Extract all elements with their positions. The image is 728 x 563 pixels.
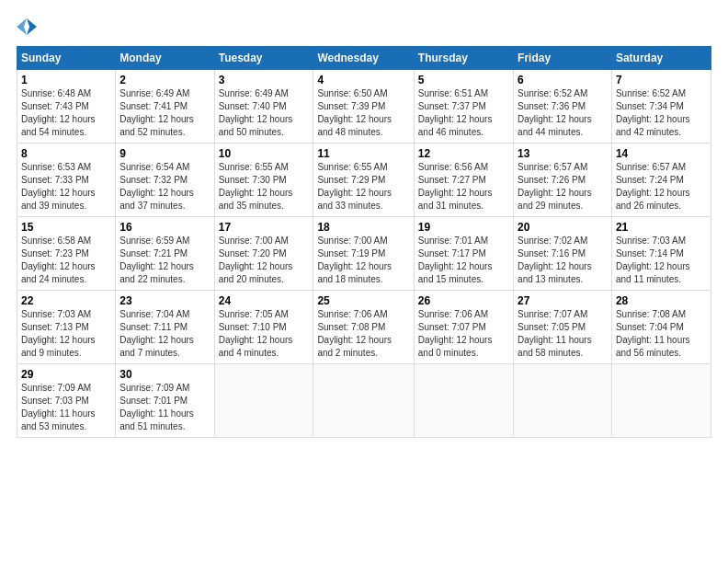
day-number: 12 <box>418 147 509 160</box>
svg-marker-1 <box>17 18 27 35</box>
day-number: 28 <box>616 294 707 307</box>
col-header-thursday: Thursday <box>414 47 513 70</box>
day-cell: 8 Sunrise: 6:53 AMSunset: 7:33 PMDayligh… <box>17 144 116 217</box>
day-cell <box>611 364 711 438</box>
day-number: 21 <box>616 221 707 234</box>
week-row-1: 1 Sunrise: 6:48 AMSunset: 7:43 PMDayligh… <box>17 70 711 144</box>
day-number: 7 <box>616 74 707 86</box>
day-cell <box>514 364 612 438</box>
col-header-tuesday: Tuesday <box>214 47 313 70</box>
day-cell: 28 Sunrise: 7:08 AMSunset: 7:04 PMDaylig… <box>611 291 711 364</box>
week-row-4: 22 Sunrise: 7:03 AMSunset: 7:13 PMDaylig… <box>17 291 711 364</box>
day-cell: 24 Sunrise: 7:05 AMSunset: 7:10 PMDaylig… <box>214 291 313 364</box>
day-cell: 17 Sunrise: 7:00 AMSunset: 7:20 PMDaylig… <box>214 217 313 291</box>
day-cell <box>214 364 313 438</box>
col-header-friday: Friday <box>514 47 612 70</box>
day-number: 5 <box>418 74 509 86</box>
day-cell: 22 Sunrise: 7:03 AMSunset: 7:13 PMDaylig… <box>17 291 116 364</box>
day-number: 14 <box>616 147 707 160</box>
day-cell: 4 Sunrise: 6:50 AMSunset: 7:39 PMDayligh… <box>313 70 414 144</box>
day-cell: 25 Sunrise: 7:06 AMSunset: 7:08 PMDaylig… <box>313 291 414 364</box>
logo-bird-icon <box>17 17 37 37</box>
day-cell <box>313 364 414 438</box>
day-cell: 5 Sunrise: 6:51 AMSunset: 7:37 PMDayligh… <box>414 70 513 144</box>
week-row-2: 8 Sunrise: 6:53 AMSunset: 7:33 PMDayligh… <box>17 144 711 217</box>
day-detail: Sunrise: 6:49 AMSunset: 7:40 PMDaylight:… <box>219 88 293 137</box>
day-detail: Sunrise: 6:51 AMSunset: 7:37 PMDaylight:… <box>418 88 493 137</box>
day-detail: Sunrise: 7:02 AMSunset: 7:16 PMDaylight:… <box>518 236 592 284</box>
calendar-header-row: SundayMondayTuesdayWednesdayThursdayFrid… <box>17 47 711 70</box>
day-cell: 13 Sunrise: 6:57 AMSunset: 7:26 PMDaylig… <box>514 144 612 217</box>
week-row-5: 29 Sunrise: 7:09 AMSunset: 7:03 PMDaylig… <box>17 364 711 438</box>
day-cell: 27 Sunrise: 7:07 AMSunset: 7:05 PMDaylig… <box>514 291 612 364</box>
day-cell: 11 Sunrise: 6:55 AMSunset: 7:29 PMDaylig… <box>313 144 414 217</box>
day-number: 23 <box>119 294 210 307</box>
day-detail: Sunrise: 7:00 AMSunset: 7:20 PMDaylight:… <box>219 236 293 284</box>
day-detail: Sunrise: 7:03 AMSunset: 7:14 PMDaylight:… <box>616 236 690 284</box>
day-number: 10 <box>219 147 310 160</box>
day-detail: Sunrise: 7:05 AMSunset: 7:10 PMDaylight:… <box>219 309 293 358</box>
day-number: 15 <box>21 221 111 234</box>
day-number: 9 <box>119 147 210 160</box>
col-header-monday: Monday <box>116 47 214 70</box>
logo-blue-row <box>17 17 37 37</box>
day-detail: Sunrise: 7:09 AMSunset: 7:03 PMDaylight:… <box>21 383 96 431</box>
day-cell: 6 Sunrise: 6:52 AMSunset: 7:36 PMDayligh… <box>514 70 612 144</box>
day-detail: Sunrise: 6:59 AMSunset: 7:21 PMDaylight:… <box>119 236 194 284</box>
day-detail: Sunrise: 6:57 AMSunset: 7:26 PMDaylight:… <box>518 162 592 211</box>
day-cell: 12 Sunrise: 6:56 AMSunset: 7:27 PMDaylig… <box>414 144 513 217</box>
day-number: 30 <box>119 368 210 381</box>
day-cell: 9 Sunrise: 6:54 AMSunset: 7:32 PMDayligh… <box>116 144 214 217</box>
day-cell: 30 Sunrise: 7:09 AMSunset: 7:01 PMDaylig… <box>116 364 214 438</box>
day-number: 13 <box>518 147 608 160</box>
day-detail: Sunrise: 6:52 AMSunset: 7:36 PMDaylight:… <box>518 88 592 137</box>
day-number: 27 <box>518 294 608 307</box>
day-cell: 21 Sunrise: 7:03 AMSunset: 7:14 PMDaylig… <box>611 217 711 291</box>
day-number: 19 <box>418 221 509 234</box>
day-detail: Sunrise: 6:52 AMSunset: 7:34 PMDaylight:… <box>616 88 690 137</box>
day-number: 22 <box>21 294 111 307</box>
day-detail: Sunrise: 7:04 AMSunset: 7:11 PMDaylight:… <box>119 309 194 358</box>
day-number: 8 <box>21 147 111 160</box>
day-number: 17 <box>219 221 310 234</box>
day-detail: Sunrise: 7:00 AMSunset: 7:19 PMDaylight:… <box>317 236 392 284</box>
day-detail: Sunrise: 6:55 AMSunset: 7:30 PMDaylight:… <box>219 162 293 211</box>
page: SundayMondayTuesdayWednesdayThursdayFrid… <box>0 0 728 563</box>
logo-text <box>17 17 37 37</box>
day-number: 3 <box>219 74 310 86</box>
day-cell: 18 Sunrise: 7:00 AMSunset: 7:19 PMDaylig… <box>313 217 414 291</box>
day-cell: 14 Sunrise: 6:57 AMSunset: 7:24 PMDaylig… <box>611 144 711 217</box>
day-detail: Sunrise: 6:58 AMSunset: 7:23 PMDaylight:… <box>21 236 96 284</box>
day-detail: Sunrise: 6:49 AMSunset: 7:41 PMDaylight:… <box>119 88 194 137</box>
logo <box>17 17 37 37</box>
header <box>17 17 711 37</box>
day-detail: Sunrise: 7:09 AMSunset: 7:01 PMDaylight:… <box>119 383 194 431</box>
day-detail: Sunrise: 7:08 AMSunset: 7:04 PMDaylight:… <box>616 309 690 358</box>
day-cell: 7 Sunrise: 6:52 AMSunset: 7:34 PMDayligh… <box>611 70 711 144</box>
day-number: 20 <box>518 221 608 234</box>
day-detail: Sunrise: 7:07 AMSunset: 7:05 PMDaylight:… <box>518 309 592 358</box>
day-detail: Sunrise: 7:03 AMSunset: 7:13 PMDaylight:… <box>21 309 96 358</box>
day-cell: 1 Sunrise: 6:48 AMSunset: 7:43 PMDayligh… <box>17 70 116 144</box>
day-number: 6 <box>518 74 608 86</box>
col-header-saturday: Saturday <box>611 47 711 70</box>
day-detail: Sunrise: 6:50 AMSunset: 7:39 PMDaylight:… <box>317 88 392 137</box>
day-detail: Sunrise: 6:53 AMSunset: 7:33 PMDaylight:… <box>21 162 96 211</box>
day-cell: 16 Sunrise: 6:59 AMSunset: 7:21 PMDaylig… <box>116 217 214 291</box>
col-header-sunday: Sunday <box>17 47 116 70</box>
day-cell: 3 Sunrise: 6:49 AMSunset: 7:40 PMDayligh… <box>214 70 313 144</box>
day-cell: 19 Sunrise: 7:01 AMSunset: 7:17 PMDaylig… <box>414 217 513 291</box>
day-cell: 20 Sunrise: 7:02 AMSunset: 7:16 PMDaylig… <box>514 217 612 291</box>
day-detail: Sunrise: 6:54 AMSunset: 7:32 PMDaylight:… <box>119 162 194 211</box>
day-detail: Sunrise: 6:48 AMSunset: 7:43 PMDaylight:… <box>21 88 96 137</box>
day-number: 16 <box>119 221 210 234</box>
calendar-table: SundayMondayTuesdayWednesdayThursdayFrid… <box>17 46 711 438</box>
day-number: 24 <box>219 294 310 307</box>
day-detail: Sunrise: 6:57 AMSunset: 7:24 PMDaylight:… <box>616 162 690 211</box>
day-cell: 2 Sunrise: 6:49 AMSunset: 7:41 PMDayligh… <box>116 70 214 144</box>
day-number: 2 <box>119 74 210 86</box>
day-detail: Sunrise: 6:56 AMSunset: 7:27 PMDaylight:… <box>418 162 493 211</box>
day-cell: 29 Sunrise: 7:09 AMSunset: 7:03 PMDaylig… <box>17 364 116 438</box>
day-cell: 10 Sunrise: 6:55 AMSunset: 7:30 PMDaylig… <box>214 144 313 217</box>
day-number: 1 <box>21 74 111 86</box>
